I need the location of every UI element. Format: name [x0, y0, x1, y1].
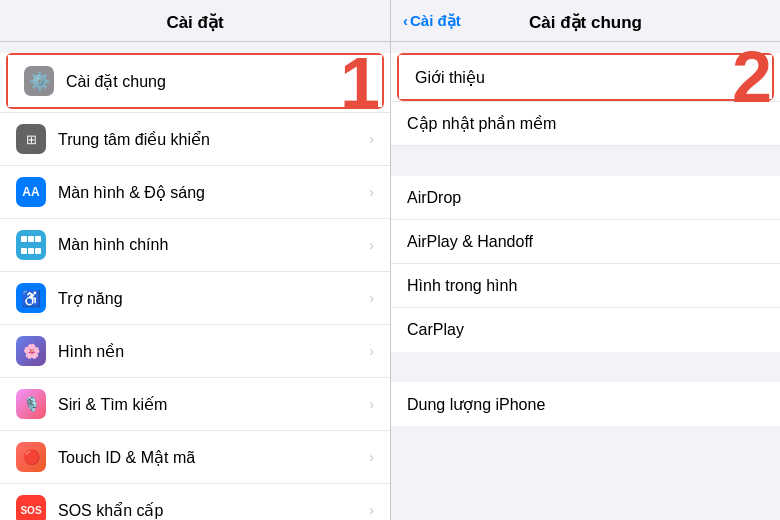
- settings-row-tro-nang[interactable]: ♿ Trợ năng ›: [0, 272, 390, 325]
- chevron-hinh-nen: ›: [369, 343, 374, 359]
- label-airplay-handoff: AirPlay & Handoff: [407, 233, 533, 251]
- label-dung-luong: Dung lượng iPhone: [407, 395, 545, 414]
- settings-row-sos[interactable]: SOS SOS khẩn cấp ›: [0, 484, 390, 520]
- icon-cai-dat-chung: ⚙️: [24, 66, 54, 96]
- right-settings-list: Giới thiệu 2 Cập nhật phần mềm AirDrop A…: [391, 42, 780, 520]
- settings-row-man-hinh[interactable]: AA Màn hình & Độ sáng ›: [0, 166, 390, 219]
- chevron-man-hinh-chinh: ›: [369, 237, 374, 253]
- chevron-tro-nang: ›: [369, 290, 374, 306]
- chevron-siri: ›: [369, 396, 374, 412]
- label-sos: SOS khẩn cấp: [58, 501, 369, 520]
- right-title: Cài đặt chung: [529, 13, 642, 32]
- icon-tro-nang: ♿: [16, 283, 46, 313]
- right-nav-bar: ‹ Cài đặt Cài đặt chung: [391, 0, 780, 42]
- label-hinh-trong-hinh: Hình trong hình: [407, 277, 517, 295]
- right-row-carplay[interactable]: CarPlay: [391, 308, 780, 352]
- icon-sos: SOS: [16, 495, 46, 520]
- icon-man-hinh: AA: [16, 177, 46, 207]
- chevron-sos: ›: [369, 502, 374, 518]
- right-row-airdrop[interactable]: AirDrop: [391, 176, 780, 220]
- back-arrow-icon: ‹: [403, 12, 408, 29]
- right-panel: ‹ Cài đặt Cài đặt chung Giới thiệu 2 Cập…: [390, 0, 780, 520]
- right-row-airplay-handoff[interactable]: AirPlay & Handoff: [391, 220, 780, 264]
- label-touch-id: Touch ID & Mật mã: [58, 448, 369, 467]
- settings-row-siri[interactable]: 🎙️ Siri & Tìm kiếm ›: [0, 378, 390, 431]
- settings-row-hinh-nen[interactable]: 🌸 Hình nền ›: [0, 325, 390, 378]
- right-row-dung-luong[interactable]: Dung lượng iPhone: [391, 382, 780, 426]
- label-siri: Siri & Tìm kiếm: [58, 395, 369, 414]
- left-title: Cài đặt: [166, 13, 223, 32]
- icon-trung-tam: ⊞: [16, 124, 46, 154]
- label-trung-tam: Trung tâm điều khiển: [58, 130, 369, 149]
- label-hinh-nen: Hình nền: [58, 342, 369, 361]
- chevron-cai-dat-chung: ›: [361, 73, 366, 89]
- icon-hinh-nen: 🌸: [16, 336, 46, 366]
- label-cai-dat-chung: Cài đặt chung: [66, 72, 361, 91]
- label-carplay: CarPlay: [407, 321, 464, 339]
- settings-row-cai-dat-chung[interactable]: ⚙️ Cài đặt chung ›: [8, 55, 382, 107]
- left-nav-bar: Cài đặt: [0, 0, 390, 42]
- left-settings-list: ⚙️ Cài đặt chung › 1 ⊞ Trung tâm điều kh…: [0, 42, 390, 520]
- settings-row-man-hinh-chinh[interactable]: Màn hình chính ›: [0, 219, 390, 272]
- label-airdrop: AirDrop: [407, 189, 461, 207]
- label-gioi-thieu: Giới thiệu: [415, 68, 485, 87]
- back-label: Cài đặt: [410, 12, 461, 30]
- left-panel: Cài đặt ⚙️ Cài đặt chung › 1 ⊞ Trung tâm…: [0, 0, 390, 520]
- icon-touch-id: 🔴: [16, 442, 46, 472]
- settings-row-touch-id[interactable]: 🔴 Touch ID & Mật mã ›: [0, 431, 390, 484]
- right-row-cap-nhat[interactable]: Cập nhật phần mềm: [391, 102, 780, 146]
- label-man-hinh: Màn hình & Độ sáng: [58, 183, 369, 202]
- label-man-hinh-chinh: Màn hình chính: [58, 236, 369, 254]
- settings-row-trung-tam[interactable]: ⊞ Trung tâm điều khiển ›: [0, 113, 390, 166]
- right-row-gioi-thieu[interactable]: Giới thiệu: [399, 55, 772, 99]
- icon-siri: 🎙️: [16, 389, 46, 419]
- icon-man-hinh-chinh: [16, 230, 46, 260]
- back-button[interactable]: ‹ Cài đặt: [403, 12, 461, 30]
- label-tro-nang: Trợ năng: [58, 289, 369, 308]
- chevron-touch-id: ›: [369, 449, 374, 465]
- chevron-trung-tam: ›: [369, 131, 374, 147]
- right-row-hinh-trong-hinh[interactable]: Hình trong hình: [391, 264, 780, 308]
- chevron-man-hinh: ›: [369, 184, 374, 200]
- label-cap-nhat: Cập nhật phần mềm: [407, 114, 556, 133]
